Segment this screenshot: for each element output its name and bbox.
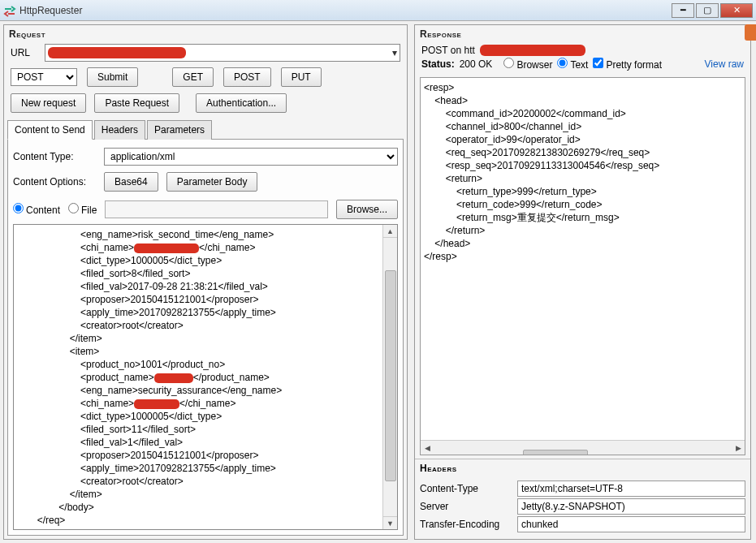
request-title: Request	[4, 25, 407, 41]
tab-parameters[interactable]: Parameters	[147, 120, 212, 140]
post-button[interactable]: POST	[223, 67, 271, 87]
tab-content-to-send[interactable]: Content to Send	[7, 120, 93, 140]
app-icon	[3, 4, 16, 17]
radio-browser[interactable]: Browser	[503, 58, 552, 71]
url-input[interactable]: ▾	[45, 44, 400, 62]
method-select[interactable]: POST	[11, 68, 77, 86]
response-title: Response	[415, 25, 750, 41]
header-row: ServerJetty(8.y.z-SNAPSHOT)	[420, 498, 745, 515]
content-type-select[interactable]: application/xml	[104, 148, 398, 166]
authentication-button[interactable]: Authentication...	[196, 93, 287, 113]
chevron-down-icon[interactable]: ▾	[392, 47, 397, 58]
corner-badge	[745, 24, 756, 41]
content-options-label: Content Options:	[13, 176, 96, 187]
header-key: Content-Type	[420, 483, 517, 494]
base64-button[interactable]: Base64	[104, 172, 158, 192]
header-value[interactable]: Jetty(8.y.z-SNAPSHOT)	[517, 498, 745, 515]
parameter-body-button[interactable]: Parameter Body	[166, 172, 258, 192]
request-panel: Request URL ▾ POST Submit GET POST PUT N…	[3, 24, 408, 540]
url-label: URL	[11, 47, 40, 58]
get-button[interactable]: GET	[172, 67, 214, 87]
minimize-button[interactable]: ━	[672, 3, 694, 18]
paste-request-button[interactable]: Paste Request	[94, 93, 179, 113]
status-label: Status:	[421, 58, 455, 70]
content-type-label: Content Type:	[13, 151, 96, 162]
file-path-input[interactable]	[105, 200, 328, 218]
radio-file[interactable]: File	[68, 203, 97, 216]
radio-text[interactable]: Text	[557, 58, 588, 71]
scroll-right-icon[interactable]: ▶	[732, 444, 745, 452]
browse-button[interactable]: Browse...	[336, 200, 398, 219]
response-post-on: POST on htt	[421, 45, 475, 56]
response-panel: Response POST on htt Status: 200 OK Brow…	[414, 24, 751, 540]
submit-button[interactable]: Submit	[87, 67, 138, 87]
header-key: Server	[420, 501, 517, 512]
header-key: Transfer-Encoding	[420, 519, 517, 530]
redacted-url	[48, 47, 186, 58]
header-row: Content-Typetext/xml;charset=UTF-8	[420, 481, 745, 497]
status-value: 200 OK	[460, 58, 493, 70]
scroll-thumb[interactable]	[385, 270, 396, 481]
maximize-button[interactable]: ▢	[696, 3, 719, 18]
scroll-down-icon[interactable]: ▼	[383, 516, 397, 529]
titlebar: HttpRequester ━ ▢ ✕	[0, 0, 756, 21]
request-body-textarea[interactable]: <eng_name>risk_second_time</eng_name> <c…	[13, 224, 398, 530]
scrollbar-horizontal[interactable]: ◀ ▶	[421, 440, 745, 455]
radio-content[interactable]: Content	[13, 203, 60, 216]
header-value[interactable]: text/xml;charset=UTF-8	[517, 481, 745, 497]
scroll-thumb-h[interactable]	[523, 450, 588, 456]
close-button[interactable]: ✕	[720, 3, 753, 18]
response-body[interactable]: <resp> <head> <command_id>20200002</comm…	[421, 78, 745, 440]
pretty-format-checkbox[interactable]: Pretty format	[593, 58, 662, 71]
scroll-up-icon[interactable]: ▲	[383, 225, 397, 238]
redacted-response-url	[480, 45, 585, 56]
header-row: Transfer-Encodingchunked	[420, 516, 745, 532]
headers-title: Headers	[415, 459, 750, 476]
new-request-button[interactable]: New request	[11, 93, 86, 113]
header-value[interactable]: chunked	[517, 516, 745, 532]
tab-headers[interactable]: Headers	[94, 120, 145, 140]
put-button[interactable]: PUT	[281, 67, 322, 87]
view-raw-link[interactable]: View raw	[705, 58, 744, 70]
scrollbar-vertical[interactable]: ▲ ▼	[382, 225, 397, 529]
window-title: HttpRequester	[19, 5, 672, 16]
scroll-left-icon[interactable]: ◀	[421, 444, 434, 452]
